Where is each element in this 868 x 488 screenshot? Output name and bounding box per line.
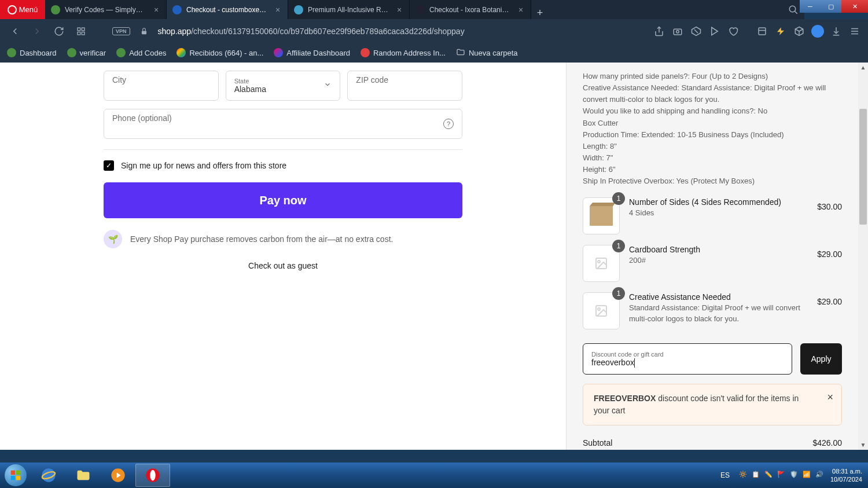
carbon-offset-info: 🌱 Every Shop Pay purchase removes carbon… bbox=[104, 230, 462, 248]
easy-setup-icon[interactable] bbox=[848, 25, 861, 38]
scroll-down-icon[interactable]: ▼ bbox=[858, 440, 868, 450]
language-indicator[interactable]: ES bbox=[720, 471, 730, 479]
city-input[interactable]: City bbox=[104, 71, 219, 101]
send-icon[interactable] bbox=[708, 25, 721, 38]
subtotal-label: Subtotal bbox=[583, 438, 612, 447]
menu-label: Menú bbox=[19, 5, 38, 14]
address-bar: VPN shop.app/checkout/61379150060/co/b97… bbox=[0, 19, 868, 43]
task-explorer[interactable] bbox=[66, 464, 101, 487]
download-icon[interactable] bbox=[830, 25, 843, 38]
spec-line: Would you like to add shipping and handl… bbox=[583, 105, 842, 117]
window-maximize[interactable]: ▢ bbox=[821, 0, 841, 13]
flash-icon[interactable] bbox=[774, 25, 787, 38]
phone-input[interactable]: Phone (optional) ? bbox=[104, 109, 462, 139]
tab-title: Premium All-Inclusive Reso… bbox=[308, 6, 391, 14]
pay-now-button[interactable]: Pay now bbox=[104, 182, 462, 218]
adblock-icon[interactable] bbox=[690, 25, 703, 38]
share-icon[interactable] bbox=[653, 25, 665, 38]
task-media-player[interactable] bbox=[101, 464, 135, 487]
state-select[interactable]: State Alabama bbox=[226, 71, 341, 101]
chevron-down-icon bbox=[323, 80, 332, 91]
discount-code-input[interactable]: Discount code or gift card freeoverbox bbox=[583, 343, 792, 375]
svg-line-1 bbox=[795, 11, 797, 14]
checkbox-checked-icon: ✓ bbox=[104, 160, 114, 171]
help-icon[interactable]: ? bbox=[443, 119, 454, 129]
tray-icon[interactable]: 🔆 bbox=[739, 471, 748, 480]
quantity-badge: 1 bbox=[612, 192, 625, 205]
apply-button[interactable]: Apply bbox=[800, 343, 842, 375]
tab-premium-resort[interactable]: Premium All-Inclusive Reso… × bbox=[288, 0, 410, 19]
spec-line: Width: 7" bbox=[583, 152, 842, 164]
leaf-icon: 🌱 bbox=[104, 230, 122, 248]
lock-icon[interactable] bbox=[136, 23, 152, 39]
tab-close-icon[interactable]: × bbox=[395, 6, 403, 14]
task-opera[interactable] bbox=[135, 464, 170, 487]
svg-rect-3 bbox=[82, 28, 84, 31]
tab-close-icon[interactable]: × bbox=[152, 6, 160, 14]
svg-rect-25 bbox=[16, 471, 21, 475]
global-search-icon[interactable] bbox=[788, 5, 799, 17]
new-tab-button[interactable]: + bbox=[531, 7, 549, 19]
screenshot-icon[interactable] bbox=[671, 25, 684, 38]
pinboard-icon[interactable] bbox=[756, 25, 768, 38]
forward-button[interactable] bbox=[29, 23, 45, 39]
opera-menu-button[interactable]: Menú bbox=[0, 0, 45, 19]
tab-close-icon[interactable]: × bbox=[517, 6, 525, 14]
url-field[interactable]: shop.app/checkout/61379150060/co/b97db60… bbox=[158, 27, 647, 36]
url-path: /checkout/61379150060/co/b97db607ee29f96… bbox=[191, 27, 465, 36]
bookmark-gmail[interactable]: Recibidos (664) - an... bbox=[176, 48, 263, 57]
svg-point-9 bbox=[676, 30, 679, 33]
newsletter-checkbox-row[interactable]: ✓ Sign me up for news and offers from th… bbox=[104, 160, 462, 171]
vpn-badge[interactable]: VPN bbox=[112, 27, 130, 35]
window-minimize[interactable]: ─ bbox=[800, 0, 821, 13]
spec-line: How many printed side panels?: Four (Up … bbox=[583, 71, 842, 82]
tab-verify-codes[interactable]: Verify Codes — SimplyCod… × bbox=[45, 0, 167, 19]
item-thumbnail: 1 bbox=[583, 245, 620, 282]
checkout-as-guest-link[interactable]: Check out as guest bbox=[104, 261, 462, 270]
scroll-up-icon[interactable]: ▲ bbox=[858, 63, 868, 72]
heart-icon[interactable] bbox=[727, 25, 740, 38]
tab-checkout-ixora[interactable]: Checkout - Ixora Botanical… × bbox=[410, 0, 531, 19]
item-price: $29.00 bbox=[817, 297, 842, 306]
bookmark-add-codes[interactable]: Add Codes bbox=[116, 48, 166, 57]
item-title: Cardboard Strength bbox=[629, 245, 808, 254]
state-value: Alabama bbox=[234, 85, 332, 94]
tray-icon[interactable]: ✏️ bbox=[764, 471, 774, 480]
bookmark-random-address[interactable]: Random Address In... bbox=[361, 48, 446, 57]
item-title: Number of Sides (4 Sides Recommended) bbox=[629, 197, 808, 207]
tab-close-icon[interactable]: × bbox=[274, 6, 282, 14]
cube-icon[interactable] bbox=[793, 25, 806, 38]
tab-checkout-customboxes[interactable]: Checkout - customboxes.io × bbox=[167, 0, 288, 19]
item-price: $29.00 bbox=[817, 249, 842, 259]
spec-line: Production Time: Extended: 10-15 Busines… bbox=[583, 129, 842, 141]
bookmark-label: Random Address In... bbox=[373, 49, 446, 57]
start-button[interactable] bbox=[0, 463, 31, 488]
windows-logo-icon bbox=[5, 464, 27, 486]
back-button[interactable] bbox=[7, 23, 23, 39]
svg-marker-12 bbox=[712, 27, 718, 35]
gmail-icon bbox=[176, 48, 186, 57]
zip-input[interactable]: ZIP code bbox=[347, 71, 462, 101]
profile-avatar[interactable] bbox=[811, 25, 824, 38]
clock[interactable]: 08:31 a.m. 10/07/2024 bbox=[830, 467, 862, 484]
reload-button[interactable] bbox=[51, 23, 67, 39]
tab-title: Verify Codes — SimplyCod… bbox=[65, 6, 148, 14]
volume-icon[interactable]: 🔊 bbox=[815, 471, 825, 480]
scrollbar-thumb[interactable] bbox=[859, 109, 867, 225]
bookmark-folder[interactable]: Nueva carpeta bbox=[456, 47, 518, 58]
window-close[interactable]: ✕ bbox=[841, 0, 868, 13]
speed-dial-button[interactable] bbox=[73, 23, 89, 39]
bookmark-affiliate[interactable]: Affiliate Dashboard bbox=[274, 48, 350, 57]
tray-icon[interactable]: 🚩 bbox=[777, 471, 786, 480]
task-ie[interactable] bbox=[31, 464, 66, 487]
discount-value: freeoverbox bbox=[591, 358, 784, 368]
bookmark-dashboard[interactable]: Dashboard bbox=[7, 48, 57, 57]
tray-icon[interactable]: 🛡️ bbox=[790, 471, 799, 480]
newsletter-label: Sign me up for news and offers from this… bbox=[121, 161, 286, 170]
vertical-scrollbar[interactable]: ▲ ▼ bbox=[858, 63, 868, 450]
tray-icon[interactable]: 📋 bbox=[752, 471, 761, 480]
discount-label: Discount code or gift card bbox=[591, 351, 784, 358]
close-icon[interactable]: × bbox=[827, 391, 833, 403]
bookmark-verificar[interactable]: verificar bbox=[67, 48, 106, 57]
network-icon[interactable]: 📶 bbox=[803, 471, 812, 480]
